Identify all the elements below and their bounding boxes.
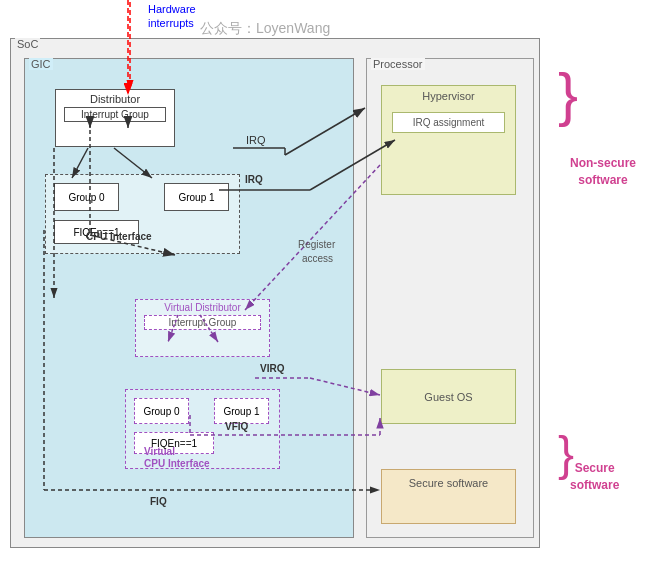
vdist-box: Virtual Distributor Interrupt Group [135,299,270,357]
vcpu-interface-area: Group 0 Group 1 FIQEn==1 VirtualCPU Inte… [125,389,280,469]
distributor-box: Distributor Interrupt Group [55,89,175,147]
vgroup0-box: Group 0 [134,398,189,424]
hypervisor-label: Hypervisor [382,86,515,106]
guestos-box: Guest OS [381,369,516,424]
vcpu-interface-label: VirtualCPU Interface [144,446,210,470]
group1-box: Group 1 [164,183,229,211]
gic-box: GIC Distributor Interrupt Group Group 0 … [24,58,354,538]
secure-label: Securesoftware [570,460,619,494]
irq-assignment-box: IRQ assignment [392,112,505,133]
secure-sw-box: Secure software [381,469,516,524]
cpu-interface-label: CPU Interface [86,231,152,242]
watermark: 公众号：LoyenWang [200,20,330,38]
hw-interrupts-label: Hardwareinterrupts [148,2,196,31]
non-secure-brace: } [558,65,578,125]
processor-box: Processor Hypervisor IRQ assignment Gues… [366,58,534,538]
hypervisor-box: Hypervisor IRQ assignment [381,85,516,195]
soc-label: SoC [15,38,40,50]
vgroup1-box: Group 1 [214,398,269,424]
cpu-interface-area: Group 0 Group 1 FIQEn==1 CPU Interface [45,174,240,254]
processor-label: Processor [371,58,425,70]
group0-box: Group 0 [54,183,119,211]
interrupt-group-box: Interrupt Group [64,107,166,122]
vdist-label: Virtual Distributor [136,300,269,315]
non-secure-label: Non-securesoftware [570,155,636,189]
distributor-label: Distributor [56,90,174,107]
gic-label: GIC [29,58,53,70]
vinterrupt-group-box: Interrupt Group [144,315,261,330]
